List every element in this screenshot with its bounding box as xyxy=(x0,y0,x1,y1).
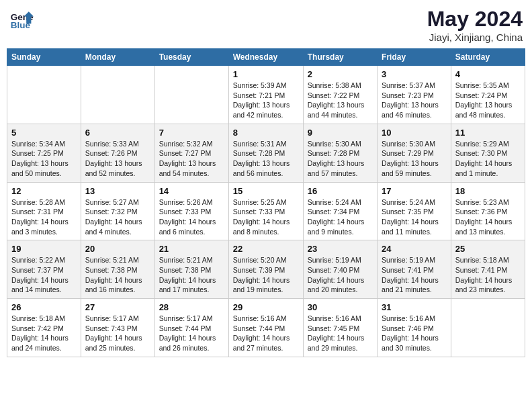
day-number: 10 xyxy=(382,128,447,138)
day-detail: Sunrise: 5:21 AM Sunset: 7:38 PM Dayligh… xyxy=(159,255,224,295)
day-detail: Sunrise: 5:21 AM Sunset: 7:38 PM Dayligh… xyxy=(85,255,150,295)
calendar-cell: 17Sunrise: 5:24 AM Sunset: 7:35 PM Dayli… xyxy=(378,182,451,240)
calendar-table: SundayMondayTuesdayWednesdayThursdayFrid… xyxy=(7,48,525,357)
day-number: 23 xyxy=(308,244,373,254)
day-detail: Sunrise: 5:26 AM Sunset: 7:33 PM Dayligh… xyxy=(159,197,224,237)
day-detail: Sunrise: 5:33 AM Sunset: 7:26 PM Dayligh… xyxy=(85,139,150,179)
day-detail: Sunrise: 5:23 AM Sunset: 7:36 PM Dayligh… xyxy=(455,197,521,237)
day-number: 6 xyxy=(85,128,150,138)
day-detail: Sunrise: 5:30 AM Sunset: 7:28 PM Dayligh… xyxy=(308,139,373,179)
month-title: May 2024 xyxy=(427,7,523,32)
day-detail: Sunrise: 5:31 AM Sunset: 7:28 PM Dayligh… xyxy=(233,139,299,179)
calendar-cell: 12Sunrise: 5:28 AM Sunset: 7:31 PM Dayli… xyxy=(7,182,81,240)
calendar-week-row: 5Sunrise: 5:34 AM Sunset: 7:25 PM Daylig… xyxy=(7,124,525,182)
weekday-header: Tuesday xyxy=(154,49,228,66)
day-number: 20 xyxy=(85,244,150,254)
day-number: 5 xyxy=(11,128,77,138)
calendar-cell: 11Sunrise: 5:29 AM Sunset: 7:30 PM Dayli… xyxy=(451,124,525,182)
calendar-week-row: 19Sunrise: 5:22 AM Sunset: 7:37 PM Dayli… xyxy=(7,240,525,299)
calendar-cell xyxy=(451,299,525,357)
calendar-cell: 28Sunrise: 5:17 AM Sunset: 7:44 PM Dayli… xyxy=(154,299,228,357)
weekday-header: Saturday xyxy=(451,49,525,66)
day-number: 1 xyxy=(233,69,299,79)
day-number: 2 xyxy=(308,69,373,79)
day-detail: Sunrise: 5:27 AM Sunset: 7:32 PM Dayligh… xyxy=(85,197,150,237)
day-detail: Sunrise: 5:16 AM Sunset: 7:45 PM Dayligh… xyxy=(308,314,373,353)
calendar-cell: 9Sunrise: 5:30 AM Sunset: 7:28 PM Daylig… xyxy=(303,124,377,182)
day-detail: Sunrise: 5:22 AM Sunset: 7:37 PM Dayligh… xyxy=(11,255,77,295)
weekday-header: Friday xyxy=(378,49,451,66)
day-detail: Sunrise: 5:16 AM Sunset: 7:46 PM Dayligh… xyxy=(382,314,447,353)
day-detail: Sunrise: 5:18 AM Sunset: 7:41 PM Dayligh… xyxy=(455,255,521,295)
calendar-cell: 29Sunrise: 5:16 AM Sunset: 7:44 PM Dayli… xyxy=(228,299,303,357)
calendar-cell: 3Sunrise: 5:37 AM Sunset: 7:23 PM Daylig… xyxy=(378,66,451,124)
day-number: 14 xyxy=(159,186,224,196)
day-number: 11 xyxy=(455,128,521,138)
logo: General Blue xyxy=(9,7,34,31)
day-detail: Sunrise: 5:20 AM Sunset: 7:39 PM Dayligh… xyxy=(233,255,299,295)
day-detail: Sunrise: 5:17 AM Sunset: 7:43 PM Dayligh… xyxy=(85,314,150,353)
day-detail: Sunrise: 5:34 AM Sunset: 7:25 PM Dayligh… xyxy=(11,139,77,179)
day-number: 16 xyxy=(308,186,373,196)
day-number: 21 xyxy=(159,244,224,254)
calendar-cell: 13Sunrise: 5:27 AM Sunset: 7:32 PM Dayli… xyxy=(81,182,154,240)
day-detail: Sunrise: 5:38 AM Sunset: 7:22 PM Dayligh… xyxy=(308,81,373,120)
calendar-week-row: 12Sunrise: 5:28 AM Sunset: 7:31 PM Dayli… xyxy=(7,182,525,240)
day-detail: Sunrise: 5:19 AM Sunset: 7:40 PM Dayligh… xyxy=(308,255,373,295)
calendar-cell: 21Sunrise: 5:21 AM Sunset: 7:38 PM Dayli… xyxy=(154,240,228,299)
calendar-cell: 31Sunrise: 5:16 AM Sunset: 7:46 PM Dayli… xyxy=(378,299,451,357)
day-detail: Sunrise: 5:39 AM Sunset: 7:21 PM Dayligh… xyxy=(233,81,299,120)
day-detail: Sunrise: 5:18 AM Sunset: 7:42 PM Dayligh… xyxy=(11,314,77,353)
day-number: 19 xyxy=(11,244,77,254)
day-detail: Sunrise: 5:32 AM Sunset: 7:27 PM Dayligh… xyxy=(159,139,224,179)
weekday-header: Monday xyxy=(81,49,154,66)
day-detail: Sunrise: 5:19 AM Sunset: 7:41 PM Dayligh… xyxy=(382,255,447,295)
day-detail: Sunrise: 5:35 AM Sunset: 7:24 PM Dayligh… xyxy=(455,81,521,120)
day-detail: Sunrise: 5:28 AM Sunset: 7:31 PM Dayligh… xyxy=(11,197,77,237)
day-number: 8 xyxy=(233,128,299,138)
calendar-cell: 16Sunrise: 5:24 AM Sunset: 7:34 PM Dayli… xyxy=(303,182,377,240)
calendar-week-row: 1Sunrise: 5:39 AM Sunset: 7:21 PM Daylig… xyxy=(7,66,525,124)
day-detail: Sunrise: 5:24 AM Sunset: 7:34 PM Dayligh… xyxy=(308,197,373,237)
day-detail: Sunrise: 5:29 AM Sunset: 7:30 PM Dayligh… xyxy=(455,139,521,179)
title-block: May 2024 Jiayi, Xinjiang, China xyxy=(427,7,523,43)
day-number: 13 xyxy=(85,186,150,196)
calendar-cell: 30Sunrise: 5:16 AM Sunset: 7:45 PM Dayli… xyxy=(303,299,377,357)
calendar-cell xyxy=(154,66,228,124)
calendar-cell: 20Sunrise: 5:21 AM Sunset: 7:38 PM Dayli… xyxy=(81,240,154,299)
calendar-week-row: 26Sunrise: 5:18 AM Sunset: 7:42 PM Dayli… xyxy=(7,299,525,357)
calendar-cell: 7Sunrise: 5:32 AM Sunset: 7:27 PM Daylig… xyxy=(154,124,228,182)
day-number: 28 xyxy=(159,302,224,312)
calendar-cell: 14Sunrise: 5:26 AM Sunset: 7:33 PM Dayli… xyxy=(154,182,228,240)
calendar-cell: 5Sunrise: 5:34 AM Sunset: 7:25 PM Daylig… xyxy=(7,124,81,182)
calendar-cell: 8Sunrise: 5:31 AM Sunset: 7:28 PM Daylig… xyxy=(228,124,303,182)
day-number: 25 xyxy=(455,244,521,254)
day-number: 4 xyxy=(455,69,521,79)
calendar-cell: 1Sunrise: 5:39 AM Sunset: 7:21 PM Daylig… xyxy=(228,66,303,124)
day-detail: Sunrise: 5:16 AM Sunset: 7:44 PM Dayligh… xyxy=(233,314,299,353)
calendar-cell: 27Sunrise: 5:17 AM Sunset: 7:43 PM Dayli… xyxy=(81,299,154,357)
calendar-cell: 2Sunrise: 5:38 AM Sunset: 7:22 PM Daylig… xyxy=(303,66,377,124)
day-number: 26 xyxy=(11,302,77,312)
day-number: 18 xyxy=(455,186,521,196)
day-number: 30 xyxy=(308,302,373,312)
calendar-cell: 25Sunrise: 5:18 AM Sunset: 7:41 PM Dayli… xyxy=(451,240,525,299)
day-number: 3 xyxy=(382,69,447,79)
day-number: 24 xyxy=(382,244,447,254)
weekday-header-row: SundayMondayTuesdayWednesdayThursdayFrid… xyxy=(7,49,525,66)
calendar-cell: 18Sunrise: 5:23 AM Sunset: 7:36 PM Dayli… xyxy=(451,182,525,240)
calendar-cell xyxy=(81,66,154,124)
day-number: 7 xyxy=(159,128,224,138)
calendar-cell: 15Sunrise: 5:25 AM Sunset: 7:33 PM Dayli… xyxy=(228,182,303,240)
calendar-cell xyxy=(7,66,81,124)
day-detail: Sunrise: 5:37 AM Sunset: 7:23 PM Dayligh… xyxy=(382,81,447,120)
calendar-cell: 26Sunrise: 5:18 AM Sunset: 7:42 PM Dayli… xyxy=(7,299,81,357)
day-detail: Sunrise: 5:17 AM Sunset: 7:44 PM Dayligh… xyxy=(159,314,224,353)
calendar-cell: 23Sunrise: 5:19 AM Sunset: 7:40 PM Dayli… xyxy=(303,240,377,299)
day-detail: Sunrise: 5:25 AM Sunset: 7:33 PM Dayligh… xyxy=(233,197,299,237)
day-detail: Sunrise: 5:30 AM Sunset: 7:29 PM Dayligh… xyxy=(382,139,447,179)
weekday-header: Wednesday xyxy=(228,49,303,66)
weekday-header: Thursday xyxy=(303,49,377,66)
logo-icon: General Blue xyxy=(9,7,34,31)
day-detail: Sunrise: 5:24 AM Sunset: 7:35 PM Dayligh… xyxy=(382,197,447,237)
